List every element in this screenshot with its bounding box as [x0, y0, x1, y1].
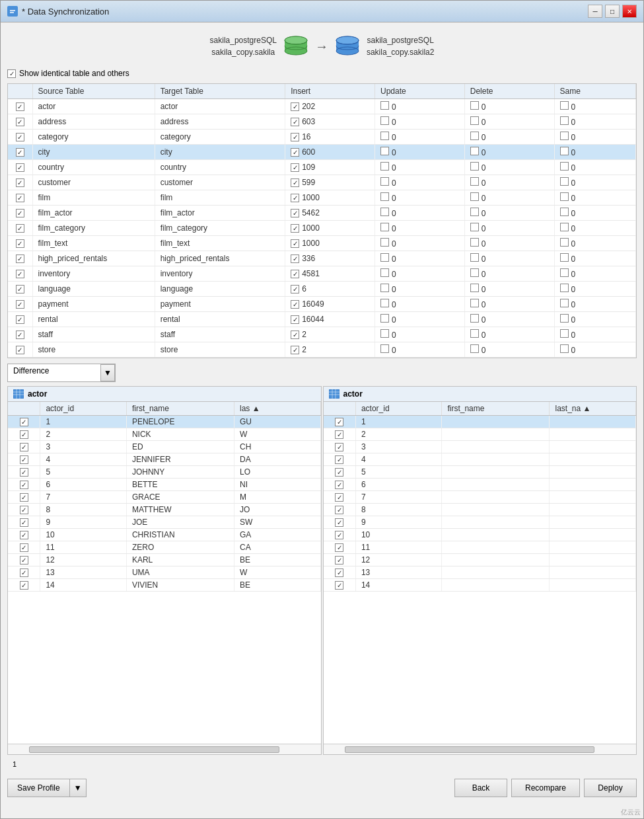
actor-row-checkbox-11[interactable]: [335, 556, 343, 565]
list-item[interactable]: 1: [324, 416, 636, 428]
list-item[interactable]: 2NICKW: [8, 428, 320, 441]
list-item[interactable]: 14: [324, 579, 636, 592]
update-checkbox-6[interactable]: [380, 192, 389, 201]
actor-row-checkbox-4[interactable]: [335, 468, 343, 477]
col-header-target[interactable]: Target Table: [155, 84, 285, 99]
update-checkbox-0[interactable]: [380, 101, 389, 110]
list-item[interactable]: 13UMAW: [8, 566, 320, 579]
right-col-header-last-name[interactable]: last_na ▲: [550, 402, 636, 416]
row-checkbox-11[interactable]: [16, 270, 24, 278]
same-checkbox-0[interactable]: [560, 101, 569, 110]
update-checkbox-7[interactable]: [380, 208, 389, 216]
list-item[interactable]: 3EDCH: [8, 441, 320, 453]
delete-checkbox-12[interactable]: [470, 284, 479, 292]
insert-checkbox-8[interactable]: [291, 224, 299, 233]
actor-row-checkbox-0[interactable]: [20, 418, 28, 426]
same-checkbox-12[interactable]: [560, 284, 569, 292]
list-item[interactable]: 13: [324, 566, 636, 579]
table-row[interactable]: film_textfilm_text1000000: [8, 236, 636, 251]
list-item[interactable]: 10CHRISTIANGA: [8, 529, 320, 541]
update-checkbox-8[interactable]: [380, 223, 389, 231]
insert-checkbox-13[interactable]: [291, 300, 299, 309]
row-checkbox-8[interactable]: [16, 224, 24, 233]
row-checkbox-13[interactable]: [16, 300, 24, 309]
delete-checkbox-2[interactable]: [470, 132, 479, 140]
insert-checkbox-3[interactable]: [291, 148, 299, 157]
actor-row-checkbox-2[interactable]: [335, 443, 343, 451]
delete-checkbox-0[interactable]: [470, 101, 479, 110]
row-checkbox-14[interactable]: [16, 315, 24, 324]
update-checkbox-14[interactable]: [380, 314, 389, 323]
insert-checkbox-12[interactable]: [291, 285, 299, 293]
delete-checkbox-14[interactable]: [470, 314, 479, 323]
row-checkbox-3[interactable]: [16, 148, 24, 157]
list-item[interactable]: 2: [324, 428, 636, 441]
row-checkbox-4[interactable]: [16, 163, 24, 172]
delete-checkbox-5[interactable]: [470, 177, 479, 186]
delete-checkbox-1[interactable]: [470, 116, 479, 125]
actor-row-checkbox-13[interactable]: [20, 581, 28, 590]
same-checkbox-7[interactable]: [560, 208, 569, 216]
left-horizontal-scrollbar[interactable]: [29, 746, 279, 753]
actor-row-checkbox-1[interactable]: [335, 430, 343, 439]
same-checkbox-4[interactable]: [560, 162, 569, 171]
save-profile-dropdown-button[interactable]: ▼: [69, 779, 87, 797]
delete-checkbox-11[interactable]: [470, 268, 479, 277]
table-row[interactable]: customercustomer599000: [8, 175, 636, 190]
same-checkbox-3[interactable]: [560, 147, 569, 155]
delete-checkbox-4[interactable]: [470, 162, 479, 171]
actor-row-checkbox-4[interactable]: [20, 468, 28, 477]
same-checkbox-6[interactable]: [560, 192, 569, 201]
same-checkbox-11[interactable]: [560, 268, 569, 277]
list-item[interactable]: 1PENELOPEGU: [8, 416, 320, 428]
insert-checkbox-15[interactable]: [291, 331, 299, 339]
row-checkbox-1[interactable]: [16, 118, 24, 126]
actor-row-checkbox-13[interactable]: [335, 581, 343, 590]
update-checkbox-15[interactable]: [380, 329, 389, 338]
same-checkbox-2[interactable]: [560, 132, 569, 140]
list-item[interactable]: 14VIVIENBE: [8, 579, 320, 592]
actor-row-checkbox-12[interactable]: [335, 568, 343, 577]
actor-row-checkbox-8[interactable]: [20, 518, 28, 527]
insert-checkbox-6[interactable]: [291, 194, 299, 202]
table-row[interactable]: storestore2000: [8, 342, 636, 358]
update-checkbox-16[interactable]: [380, 344, 389, 353]
list-item[interactable]: 9: [324, 516, 636, 529]
delete-checkbox-7[interactable]: [470, 208, 479, 216]
list-item[interactable]: 5: [324, 466, 636, 479]
list-item[interactable]: 8: [324, 504, 636, 516]
delete-checkbox-9[interactable]: [470, 238, 479, 247]
col-header-source[interactable]: Source Table: [32, 84, 155, 99]
update-checkbox-5[interactable]: [380, 177, 389, 186]
actor-row-checkbox-2[interactable]: [20, 443, 28, 451]
list-item[interactable]: 12KARLBE: [8, 554, 320, 566]
left-actor-table-wrap[interactable]: actor_id first_name las ▲ 1PENELOPEGU2NI…: [8, 402, 321, 744]
insert-checkbox-10[interactable]: [291, 254, 299, 263]
delete-checkbox-3[interactable]: [470, 147, 479, 155]
table-row[interactable]: high_priced_rentalshigh_priced_rentals33…: [8, 251, 636, 266]
row-checkbox-9[interactable]: [16, 239, 24, 248]
table-row[interactable]: actoractor202000: [8, 99, 636, 114]
table-row[interactable]: categorycategory16000: [8, 130, 636, 145]
update-checkbox-2[interactable]: [380, 132, 389, 140]
list-item[interactable]: 5JOHNNYLO: [8, 466, 320, 479]
right-panel-scroll[interactable]: [324, 744, 637, 754]
update-checkbox-10[interactable]: [380, 253, 389, 262]
table-row[interactable]: filmfilm1000000: [8, 190, 636, 206]
update-checkbox-12[interactable]: [380, 284, 389, 292]
insert-checkbox-5[interactable]: [291, 178, 299, 187]
minimize-button[interactable]: ─: [588, 5, 602, 18]
insert-checkbox-1[interactable]: [291, 118, 299, 126]
update-checkbox-4[interactable]: [380, 162, 389, 171]
list-item[interactable]: 8MATTHEWJO: [8, 504, 320, 516]
update-checkbox-3[interactable]: [380, 147, 389, 155]
deploy-button[interactable]: Deploy: [584, 779, 637, 797]
row-checkbox-0[interactable]: [16, 102, 24, 111]
maximize-button[interactable]: □: [605, 5, 620, 18]
same-checkbox-16[interactable]: [560, 344, 569, 353]
delete-checkbox-13[interactable]: [470, 299, 479, 307]
actor-row-checkbox-9[interactable]: [20, 531, 28, 539]
list-item[interactable]: 11: [324, 541, 636, 554]
row-checkbox-16[interactable]: [16, 346, 24, 354]
list-item[interactable]: 7: [324, 491, 636, 504]
